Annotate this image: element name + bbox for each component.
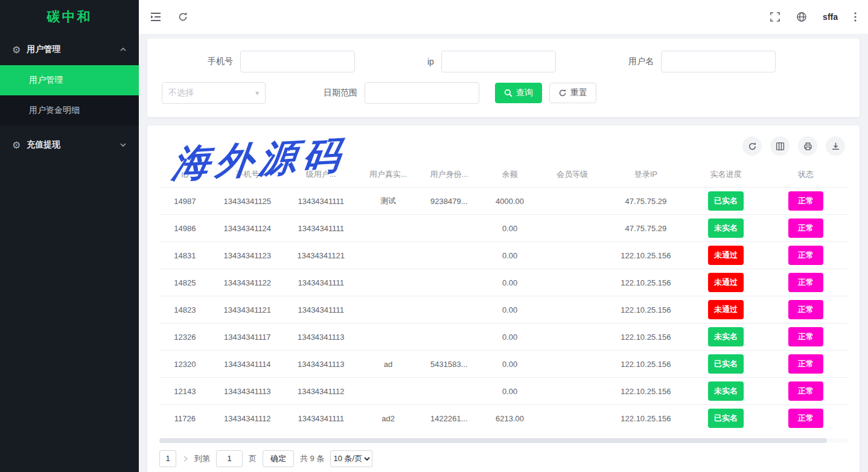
fullscreen-icon[interactable] — [770, 11, 780, 22]
sidebar-section-recharge-withdraw[interactable]: ⚙ 充值提现 — [0, 129, 139, 161]
cell-balance: 0.00 — [479, 378, 540, 405]
verify-status-button[interactable]: 未实名 — [708, 327, 744, 346]
verify-status-button[interactable]: 已实名 — [708, 354, 744, 374]
cell-phone: 13434341122 — [211, 269, 284, 296]
account-status-button[interactable]: 正常 — [788, 354, 823, 374]
cell-id_card: 1422261... — [418, 405, 479, 432]
cell-status: 正常 — [764, 215, 847, 242]
table-header-row: ID手机号级用户...用户真实...用户身份...余额会员等级登录IP实名进度状… — [159, 162, 847, 188]
username-input[interactable] — [661, 51, 776, 72]
cell-parent: 13434341111 — [284, 296, 358, 324]
app-logo: 碳中和 — [0, 0, 139, 34]
print-icon[interactable] — [798, 136, 817, 156]
column-header: 登录IP — [604, 162, 688, 188]
cell-level — [540, 188, 604, 215]
verify-status-button[interactable]: 已实名 — [708, 409, 744, 428]
filter-row-2: 不选择 ▾ 日期范围 查询 重置 — [162, 82, 845, 104]
cell-parent: 13434341111 — [284, 188, 358, 215]
language-globe-icon[interactable] — [796, 11, 807, 22]
verify-status-button[interactable]: 未通过 — [708, 300, 744, 319]
cell-parent: 13434341111 — [284, 405, 358, 432]
cell-phone: 13434341113 — [211, 378, 284, 405]
account-status-button[interactable]: 正常 — [788, 218, 823, 238]
cell-ip: 122.10.25.156 — [604, 378, 688, 405]
cell-parent: 13434341121 — [284, 242, 358, 269]
account-status-button[interactable]: 正常 — [788, 381, 823, 401]
ip-input[interactable] — [441, 51, 556, 72]
cell-status: 正常 — [764, 269, 847, 296]
sidebar-section-label: 充值提现 — [27, 139, 60, 150]
search-icon — [504, 89, 512, 97]
column-header: 余额 — [479, 162, 540, 188]
cell-balance: 0.00 — [479, 269, 540, 296]
verify-status-button[interactable]: 未实名 — [708, 218, 744, 238]
refresh-icon[interactable] — [177, 11, 188, 22]
cell-verify: 未实名 — [688, 215, 764, 242]
export-download-icon[interactable] — [826, 136, 845, 156]
page-button-1[interactable]: 1 — [159, 450, 176, 467]
sidebar: 碳中和 ⚙ 用户管理 用户管理 用户资金明细 ⚙ 充值提现 — [0, 0, 139, 472]
date-range-input[interactable] — [365, 82, 479, 104]
verify-status-button[interactable]: 已实名 — [708, 191, 744, 211]
cell-real_name — [358, 242, 419, 269]
account-status-button[interactable]: 正常 — [788, 409, 823, 428]
cell-status: 正常 — [764, 405, 847, 432]
cell-id_card: 9238479... — [418, 188, 479, 215]
cell-status: 正常 — [764, 351, 847, 378]
column-settings-icon[interactable] — [770, 136, 790, 156]
date-filter-group: 日期范围 — [324, 82, 479, 104]
cell-level — [540, 269, 604, 296]
cell-level — [540, 242, 604, 269]
cell-balance: 0.00 — [479, 296, 540, 324]
chevron-down-icon: ▾ — [255, 89, 259, 97]
verify-status-button[interactable]: 未实名 — [708, 381, 744, 401]
cell-status: 正常 — [764, 378, 847, 405]
sidebar-section-user-management[interactable]: ⚙ 用户管理 — [0, 34, 139, 65]
search-button[interactable]: 查询 — [495, 83, 542, 103]
total-count-label: 共 9 条 — [300, 453, 324, 464]
table-row: 123201343434111413434341113ad5431583...0… — [159, 351, 847, 378]
sidebar-item-user-management[interactable]: 用户管理 — [0, 65, 139, 95]
pagination: 1 到第 页 确定 共 9 条 10 条/页 — [147, 444, 860, 472]
cell-ip: 122.10.25.156 — [604, 405, 688, 432]
table-row: 1214313434341113134343411120.00122.10.25… — [159, 378, 847, 405]
reset-button[interactable]: 重置 — [549, 83, 596, 103]
account-status-button[interactable]: 正常 — [788, 300, 823, 319]
verify-status-button[interactable]: 未通过 — [708, 246, 744, 265]
horizontal-scrollbar[interactable] — [159, 438, 847, 443]
main-column: sffa 手机号 ip — [139, 0, 868, 472]
table-row: 1482313434341121134343411110.00122.10.25… — [159, 296, 847, 324]
verify-status-button[interactable]: 未通过 — [708, 273, 744, 292]
account-status-button[interactable]: 正常 — [788, 327, 823, 346]
username[interactable]: sffa — [823, 12, 838, 22]
confirm-button[interactable]: 确定 — [263, 450, 294, 467]
users-table: ID手机号级用户...用户真实...用户身份...余额会员等级登录IP实名进度状… — [159, 162, 847, 432]
cell-parent: 13434341111 — [284, 215, 358, 242]
phone-filter-group: 手机号 — [208, 51, 355, 72]
phone-input[interactable] — [240, 51, 355, 72]
cell-phone: 13434341123 — [211, 242, 284, 269]
next-page-icon[interactable] — [182, 455, 188, 462]
cell-ip: 122.10.25.156 — [604, 242, 688, 269]
account-status-button[interactable]: 正常 — [788, 246, 823, 265]
more-menu-icon[interactable] — [854, 11, 857, 22]
scrollbar-thumb[interactable] — [159, 438, 827, 443]
account-status-button[interactable]: 正常 — [788, 273, 823, 292]
refresh-table-icon[interactable] — [742, 136, 762, 156]
sidebar-item-user-funds-detail[interactable]: 用户资金明细 — [0, 95, 139, 126]
gear-icon: ⚙ — [12, 44, 21, 56]
page-size-select[interactable]: 10 条/页 — [330, 450, 372, 467]
cell-status: 正常 — [764, 242, 847, 269]
cell-id: 12326 — [159, 324, 211, 351]
sidebar-collapse-icon[interactable] — [150, 11, 162, 22]
cell-ip: 47.75.75.29 — [604, 215, 688, 242]
cell-id: 14825 — [159, 269, 211, 296]
goto-page-input[interactable] — [216, 450, 243, 467]
type-select[interactable]: 不选择 ▾ — [162, 82, 266, 104]
cell-ip: 47.75.75.29 — [604, 188, 688, 215]
cell-id: 14986 — [159, 215, 211, 242]
username-filter-group: 用户名 — [628, 51, 776, 72]
account-status-button[interactable]: 正常 — [788, 191, 823, 211]
cell-real_name: ad2 — [358, 405, 419, 432]
cell-phone: 13434341117 — [211, 324, 284, 351]
